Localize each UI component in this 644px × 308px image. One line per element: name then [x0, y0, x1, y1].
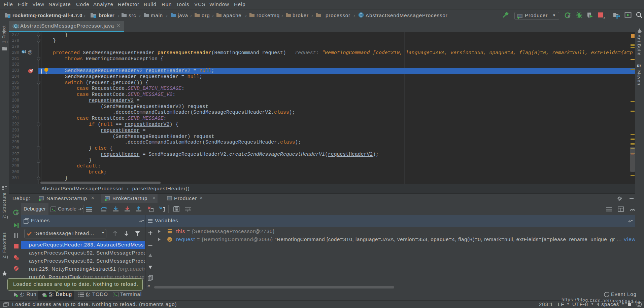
svg-text:p: p — [169, 238, 171, 241]
svg-text:C: C — [14, 24, 18, 29]
svg-text:C: C — [360, 13, 363, 17]
svg-text:3: 3 — [603, 16, 605, 19]
